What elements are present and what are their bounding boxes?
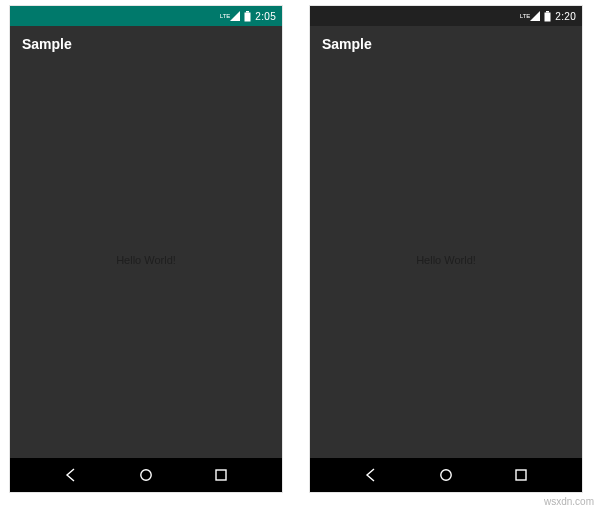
- screen-content: Hello World!: [10, 62, 282, 458]
- recents-button[interactable]: [501, 463, 541, 487]
- signal-icon: LTE: [520, 11, 541, 21]
- signal-icon: LTE: [220, 11, 241, 21]
- back-button[interactable]: [51, 463, 91, 487]
- network-label: LTE: [520, 13, 531, 19]
- network-label: LTE: [220, 13, 231, 19]
- recents-button[interactable]: [201, 463, 241, 487]
- home-button[interactable]: [126, 463, 166, 487]
- screenshot-pair: LTE 2:05 Sample Hello World!: [0, 0, 600, 498]
- navigation-bar: [10, 458, 282, 492]
- navigation-bar: [310, 458, 582, 492]
- app-bar: Sample: [10, 26, 282, 62]
- battery-icon: [544, 11, 551, 22]
- clock: 2:05: [255, 11, 276, 22]
- svg-rect-3: [216, 470, 226, 480]
- back-button[interactable]: [351, 463, 391, 487]
- watermark: wsxdn.com: [544, 496, 594, 507]
- home-button[interactable]: [426, 463, 466, 487]
- phone-screen-left: LTE 2:05 Sample Hello World!: [10, 6, 282, 492]
- hello-world-text: Hello World!: [116, 254, 176, 266]
- svg-point-2: [141, 470, 151, 480]
- battery-icon: [244, 11, 251, 22]
- svg-rect-5: [545, 12, 551, 21]
- svg-rect-7: [516, 470, 526, 480]
- hello-world-text: Hello World!: [416, 254, 476, 266]
- app-title: Sample: [22, 36, 72, 52]
- status-bar: LTE 2:20: [310, 6, 582, 26]
- phone-screen-right: LTE 2:20 Sample Hello World!: [310, 6, 582, 492]
- status-bar: LTE 2:05: [10, 6, 282, 26]
- svg-rect-1: [245, 12, 251, 21]
- svg-rect-0: [246, 11, 249, 13]
- svg-rect-4: [546, 11, 549, 13]
- app-title: Sample: [322, 36, 372, 52]
- screen-content: Hello World!: [310, 62, 582, 458]
- svg-point-6: [441, 470, 451, 480]
- clock: 2:20: [555, 11, 576, 22]
- app-bar: Sample: [310, 26, 582, 62]
